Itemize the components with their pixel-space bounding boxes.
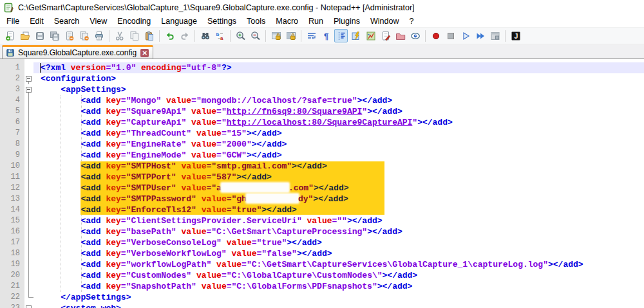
code-text[interactable]: <add key="EnforceTls12" value="true"></a… — [33, 204, 644, 215]
editor-line: 11 <add key="SMTPPort" value="587"></add… — [0, 172, 644, 183]
line-number[interactable]: 12 — [0, 183, 24, 194]
menu-item-plugins[interactable]: Plugins — [328, 16, 365, 26]
fold-margin[interactable] — [24, 303, 33, 308]
line-number[interactable]: 19 — [0, 259, 24, 270]
line-number[interactable]: 16 — [0, 226, 24, 237]
json-plugin-icon[interactable]: J — [509, 29, 522, 42]
line-number[interactable]: 7 — [0, 128, 24, 139]
code-text[interactable]: <add key="basePath" value="C:\GetSmart\C… — [33, 226, 644, 237]
line-number[interactable]: 22 — [0, 292, 24, 303]
macro-run-multi-icon[interactable] — [473, 29, 487, 42]
line-number[interactable]: 13 — [0, 194, 24, 204]
code-text[interactable]: </appSettings> — [33, 292, 644, 303]
code-text[interactable]: <add key="ThreadCount" value="15"></add> — [33, 128, 644, 139]
save-icon[interactable] — [33, 29, 46, 42]
tab-close-icon[interactable]: ✕ — [140, 49, 149, 57]
zoom-in-icon[interactable] — [234, 29, 247, 42]
find-icon[interactable] — [198, 29, 212, 42]
menu-item-encoding[interactable]: Encoding — [112, 16, 156, 26]
copy-icon[interactable] — [128, 29, 141, 42]
tab-square9-globalcapture-config[interactable]: Square9.GlobalCapture.exe.config ✕ — [2, 45, 153, 59]
line-number[interactable]: 8 — [0, 139, 24, 150]
fold-margin[interactable] — [24, 73, 33, 84]
menu-item-macro[interactable]: Macro — [270, 16, 303, 26]
code-text[interactable]: <add key="VerboseConsoleLog" value="true… — [33, 237, 644, 248]
line-number[interactable]: 6 — [0, 117, 24, 128]
macro-save-icon[interactable] — [488, 29, 502, 42]
undo-icon[interactable] — [163, 29, 176, 42]
line-number[interactable]: 21 — [0, 281, 24, 292]
line-number[interactable]: 14 — [0, 204, 24, 215]
code-text[interactable]: <add key="ClientSettingsProvider.Service… — [33, 215, 644, 226]
code-text[interactable]: <appSettings> — [33, 84, 644, 95]
code-text[interactable]: <add key="EngineMode" value="GCW"></add> — [33, 150, 644, 161]
new-file-icon[interactable] — [3, 29, 17, 42]
line-number[interactable]: 3 — [0, 84, 24, 95]
menu-item-settings[interactable]: Settings — [202, 16, 242, 26]
doc-switcher-icon[interactable] — [379, 29, 392, 42]
code-text[interactable]: <add key="workflowLogPath" value="C:\Get… — [33, 259, 644, 270]
cut-icon[interactable] — [113, 29, 126, 42]
line-number[interactable]: 23 — [0, 303, 24, 308]
line-number[interactable]: 1 — [0, 62, 24, 73]
fold-margin[interactable] — [24, 84, 33, 95]
line-number[interactable]: 4 — [0, 95, 24, 106]
indent-guide-icon[interactable] — [334, 29, 348, 42]
code-text[interactable]: <add key="VerboseWorkflowLog" value="fal… — [33, 248, 644, 259]
close-all-icon[interactable] — [77, 29, 91, 42]
line-number[interactable]: 9 — [0, 150, 24, 161]
code-text[interactable]: <?xml version="1.0" encoding="utf-8"?> — [33, 62, 644, 73]
line-number[interactable]: 20 — [0, 270, 24, 281]
fold-margin — [24, 128, 33, 139]
close-file-icon[interactable] — [62, 29, 76, 42]
zoom-out-icon[interactable] — [249, 29, 262, 42]
macro-stop-icon[interactable] — [444, 29, 457, 42]
code-text[interactable]: <system.web> — [33, 303, 644, 308]
doc-map-icon[interactable] — [364, 29, 377, 42]
menu-item-window[interactable]: Window — [365, 16, 404, 26]
menu-item-view[interactable]: View — [84, 16, 112, 26]
redo-icon[interactable] — [178, 29, 191, 42]
menu-item-search[interactable]: Search — [49, 16, 85, 26]
menu-item-file[interactable]: File — [1, 16, 24, 26]
menu-item-tools[interactable]: Tools — [242, 16, 270, 26]
line-number[interactable]: 18 — [0, 248, 24, 259]
menu-item-edit[interactable]: Edit — [24, 16, 49, 26]
function-list-icon[interactable] — [349, 29, 363, 42]
print-icon[interactable] — [92, 29, 106, 42]
code-text[interactable]: <add key="EngineRate" value="2000"></add… — [33, 139, 644, 150]
code-text[interactable]: <configuration> — [33, 73, 644, 84]
code-text[interactable]: <add key="SnapshotPath" value="C:\Global… — [33, 281, 644, 292]
line-number[interactable]: 15 — [0, 215, 24, 226]
paste-icon[interactable] — [142, 29, 156, 42]
code-text[interactable]: <add key="Mongo" value="mongodb://localh… — [33, 95, 644, 106]
editor-area[interactable]: 1<?xml version="1.0" encoding="utf-8"?>2… — [0, 59, 644, 308]
code-text[interactable]: <add key="SMTPHost" value="smtp.gmail.co… — [33, 161, 644, 172]
line-number[interactable]: 17 — [0, 237, 24, 248]
code-text[interactable]: <add key="Square9Api" value="http://fn6s… — [33, 106, 644, 117]
menu-item-help[interactable]: ? — [404, 16, 419, 26]
menu-item-language[interactable]: Language — [156, 16, 202, 26]
sync-horizontal-icon[interactable] — [284, 29, 298, 42]
macro-record-icon[interactable] — [429, 29, 442, 42]
line-number[interactable]: 11 — [0, 172, 24, 183]
menu-item-run[interactable]: Run — [303, 16, 328, 26]
line-number[interactable]: 10 — [0, 161, 24, 172]
open-file-icon[interactable] — [18, 29, 32, 42]
editor-line: 3 <appSettings> — [0, 84, 644, 95]
line-number[interactable]: 2 — [0, 73, 24, 84]
code-text[interactable]: <add key="SMTPPort" value="587"></add> — [33, 172, 644, 183]
code-text[interactable]: <add key="SMTPUser" value="a.com"></add> — [33, 183, 644, 194]
code-text[interactable]: <add key="CustomNodes" value="C:\GlobalC… — [33, 270, 644, 281]
code-text[interactable]: <add key="CaptureApi" value="http://loca… — [33, 117, 644, 128]
macro-play-icon[interactable] — [459, 29, 472, 42]
folder-workspace-icon[interactable] — [393, 29, 407, 42]
show-symbols-icon[interactable]: ¶ — [319, 29, 333, 42]
sync-vertical-icon[interactable] — [269, 29, 283, 42]
word-wrap-icon[interactable] — [305, 29, 318, 42]
save-all-icon[interactable] — [48, 29, 61, 42]
line-number[interactable]: 5 — [0, 106, 24, 117]
replace-icon[interactable]: ba — [213, 29, 227, 42]
monitor-icon[interactable] — [408, 29, 422, 42]
code-text[interactable]: <add key="SMTPPassword" value="ghdy"></a… — [33, 194, 644, 204]
